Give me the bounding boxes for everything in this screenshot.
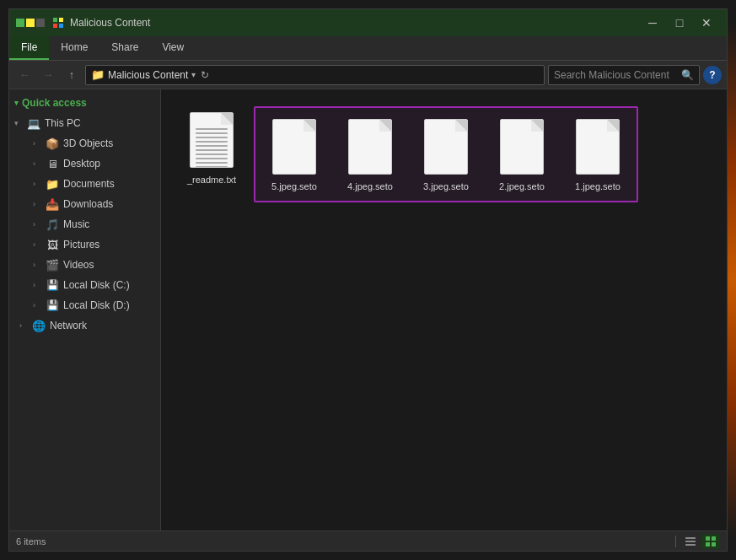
3dobjects-icon: 📦 [46,137,59,150]
file-name-4: 4.jpeg.seto [347,180,393,192]
file-icon-5 [269,116,320,177]
file-explorer-window: Malicious Content ─ □ ✕ File Home Share … [8,8,728,552]
svg-rect-2 [53,24,57,28]
up-button[interactable]: ↑ [62,65,82,85]
pictures-label: Pictures [63,239,99,250]
locald-label: Local Disk (D:) [63,299,130,311]
desktop-chevron: › [33,159,43,168]
file-line-9 [196,162,228,164]
file-icon-3 [421,116,471,177]
view-details-button[interactable] [681,534,700,549]
statusbar-separator [675,536,676,547]
tab-file[interactable]: File [9,36,49,60]
main-area: ▾ Quick access ▾ 💻 This PC › 📦 3D Object… [9,89,727,530]
file-area: _readme.txt 5.jpeg.seto [161,89,727,530]
view-buttons [681,534,720,549]
refresh-icon[interactable]: ↻ [201,69,209,81]
tab-view[interactable]: View [150,36,196,60]
address-dropdown-icon[interactable]: ▾ [191,70,196,79]
search-icon[interactable]: 🔍 [681,69,694,81]
sidebar-item-network[interactable]: › 🌐 Network [9,315,160,336]
close-button[interactable]: ✕ [693,9,720,36]
sidebar-item-locald[interactable]: › 💾 Local Disk (D:) [9,295,160,315]
file-name-readme: _readme.txt [187,174,236,186]
svg-rect-7 [706,536,710,541]
file-name-1: 1.jpeg.seto [575,180,620,192]
file-line-5 [196,145,228,147]
documents-icon: 📁 [46,177,59,191]
file-line-4 [196,141,228,143]
svg-rect-0 [53,18,57,22]
address-path: Malicious Content [108,69,188,81]
ribbon: File Home Share View [9,36,727,61]
sidebar-item-pictures[interactable]: › 🖼 Pictures [9,234,160,255]
file-item-3[interactable]: 3.jpeg.seto [412,113,480,196]
downloads-chevron: › [33,200,43,208]
file-icon-2 [497,116,547,177]
file-icon-body-2 [500,119,544,175]
tab-share[interactable]: Share [99,36,150,60]
file-item-readme[interactable]: _readme.txt [178,106,245,202]
file-item-5[interactable]: 5.jpeg.seto [261,113,328,196]
thispc-icon: 💻 [27,116,40,130]
file-icon-readme [186,110,237,170]
help-button[interactable]: ? [703,66,722,84]
locald-chevron: › [33,301,43,310]
pictures-chevron: › [33,240,43,249]
videos-chevron: › [33,261,43,269]
file-item-2[interactable]: 2.jpeg.seto [488,113,556,196]
localc-chevron: › [33,281,43,289]
svg-rect-6 [685,544,696,546]
music-chevron: › [33,220,43,229]
file-icon-body-3 [424,119,468,175]
maximize-button[interactable]: □ [666,9,693,36]
quickaccess-label: Quick access [22,97,87,109]
sidebar-item-desktop[interactable]: › 🖥 Desktop [9,153,160,174]
sidebar-item-videos[interactable]: › 🎬 Videos [9,255,160,275]
documents-label: Documents [63,178,115,190]
sidebar-quickaccess[interactable]: ▾ Quick access [9,93,160,113]
file-item-4[interactable]: 4.jpeg.seto [336,113,404,196]
file-line-6 [196,149,228,151]
svg-rect-3 [59,24,63,28]
file-name-2: 2.jpeg.seto [499,180,545,192]
sidebar-item-music[interactable]: › 🎵 Music [9,214,160,234]
file-icon-body-4 [348,119,392,175]
search-placeholder: Search Malicious Content [554,69,669,81]
localc-label: Local Disk (C:) [63,279,130,291]
svg-rect-8 [712,536,716,541]
titlebar: Malicious Content ─ □ ✕ [9,9,727,36]
minimize-button[interactable]: ─ [639,9,666,36]
file-line-8 [196,158,228,159]
music-label: Music [63,218,89,230]
file-name-5: 5.jpeg.seto [271,180,317,192]
music-icon: 🎵 [46,218,59,231]
svg-rect-1 [59,18,63,22]
file-item-1[interactable]: 1.jpeg.seto [564,113,631,196]
forward-button[interactable]: → [38,65,58,85]
downloads-icon: 📥 [46,197,59,211]
statusbar: 6 items [9,530,727,551]
3dobjects-chevron: › [33,139,43,148]
sidebar-item-3dobjects[interactable]: › 📦 3D Objects [9,133,160,153]
file-line-1 [196,128,228,130]
file-line-3 [196,137,228,138]
svg-rect-10 [712,542,716,547]
view-large-icons-button[interactable] [701,534,720,549]
sidebar-item-thispc[interactable]: ▾ 💻 This PC [9,113,160,133]
sidebar-item-localc[interactable]: › 💾 Local Disk (C:) [9,275,160,295]
tab-home[interactable]: Home [49,36,99,60]
file-name-3: 3.jpeg.seto [423,180,469,192]
statusbar-count: 6 items [16,536,670,547]
downloads-label: Downloads [63,198,113,210]
thispc-label: This PC [45,117,81,129]
videos-label: Videos [63,259,94,271]
file-line-7 [196,153,228,155]
desktop-icon: 🖥 [46,157,59,170]
localc-icon: 💾 [46,278,59,292]
sidebar-item-downloads[interactable]: › 📥 Downloads [9,194,160,214]
sidebar-item-documents[interactable]: › 📁 Documents [9,174,160,194]
address-box[interactable]: 📁 Malicious Content ▾ ↻ [85,65,545,85]
search-box[interactable]: Search Malicious Content 🔍 [548,65,700,85]
back-button[interactable]: ← [14,65,35,85]
